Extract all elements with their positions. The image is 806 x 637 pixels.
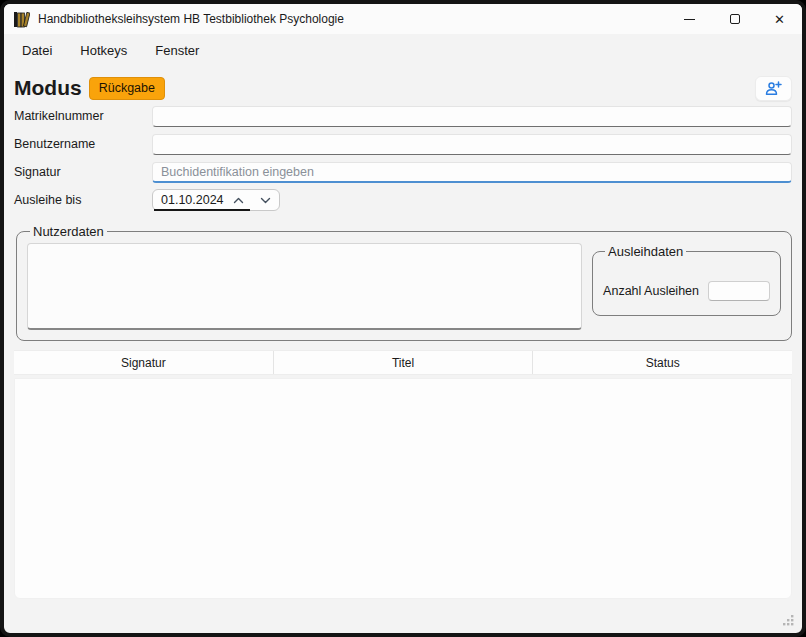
ausleihdaten-groupbox: Ausleihdaten Anzahl Ausleihen — [592, 244, 781, 316]
anzahl-ausleihen-label: Anzahl Ausleihen — [603, 284, 699, 298]
signatur-input[interactable] — [152, 162, 792, 183]
person-add-icon — [765, 81, 782, 96]
ausleihe-bis-label: Ausleihe bis — [14, 193, 152, 207]
close-button[interactable]: ✕ — [757, 4, 802, 34]
library-books-icon — [13, 11, 30, 28]
maximize-button[interactable] — [712, 4, 757, 34]
resize-grip-icon[interactable] — [781, 613, 795, 627]
spin-up-button[interactable] — [225, 190, 252, 210]
add-user-button[interactable] — [755, 76, 792, 101]
nutzerdaten-content: Ausleihdaten Anzahl Ausleihen — [27, 243, 783, 330]
form-row-matrikelnummer: Matrikelnummer — [14, 102, 792, 130]
main-content: Modus Rückgabe Matrikelnummer Benutzerna… — [4, 66, 802, 633]
page-title: Modus — [14, 76, 82, 100]
matrikelnummer-input[interactable] — [152, 106, 792, 127]
chevron-up-icon — [233, 197, 244, 204]
nutzerdaten-groupbox: Nutzerdaten Ausleihdaten Anzahl Ausleihe… — [16, 224, 792, 341]
form-row-benutzername: Benutzername — [14, 130, 792, 158]
column-header-signatur[interactable]: Signatur — [14, 351, 274, 374]
window-title: Handbibliotheksleihsystem HB Testbibliot… — [38, 12, 344, 26]
date-value[interactable]: 01.10.2024 — [153, 193, 225, 207]
table-body — [14, 378, 792, 599]
menu-item-fenster[interactable]: Fenster — [155, 43, 199, 58]
nutzerdaten-textarea[interactable] — [27, 243, 582, 330]
menubar: Datei Hotkeys Fenster — [4, 34, 802, 66]
spin-down-button[interactable] — [252, 190, 279, 210]
column-header-titel[interactable]: Titel — [274, 351, 534, 374]
matrikelnummer-label: Matrikelnummer — [14, 109, 152, 123]
form-row-signatur: Signatur — [14, 158, 792, 186]
maximize-icon — [730, 14, 740, 24]
window-controls: ✕ — [667, 4, 802, 34]
anzahl-row: Anzahl Ausleihen — [603, 281, 770, 301]
menu-item-hotkeys[interactable]: Hotkeys — [80, 43, 127, 58]
chevron-down-icon — [260, 197, 271, 204]
signatur-label: Signatur — [14, 165, 152, 179]
close-icon: ✕ — [774, 13, 785, 26]
benutzername-label: Benutzername — [14, 137, 152, 151]
form-row-ausleihe-bis: Ausleihe bis 01.10.2024 — [14, 186, 792, 214]
anzahl-ausleihen-input[interactable] — [708, 281, 770, 301]
menu-item-datei[interactable]: Datei — [22, 43, 52, 58]
ausleihe-bis-date-spinner[interactable]: 01.10.2024 — [152, 189, 280, 211]
minimize-button[interactable] — [667, 4, 712, 34]
minimize-icon — [684, 19, 695, 20]
benutzername-input[interactable] — [152, 134, 792, 155]
table-header: Signatur Titel Status — [14, 350, 792, 375]
column-header-status[interactable]: Status — [533, 351, 792, 374]
mode-heading-row: Modus Rückgabe — [14, 74, 792, 102]
nutzerdaten-legend: Nutzerdaten — [30, 224, 107, 239]
mode-badge[interactable]: Rückgabe — [89, 77, 165, 100]
app-window: Handbibliotheksleihsystem HB Testbibliot… — [0, 0, 806, 637]
titlebar: Handbibliotheksleihsystem HB Testbibliot… — [4, 4, 802, 34]
ausleihdaten-legend: Ausleihdaten — [605, 244, 686, 259]
